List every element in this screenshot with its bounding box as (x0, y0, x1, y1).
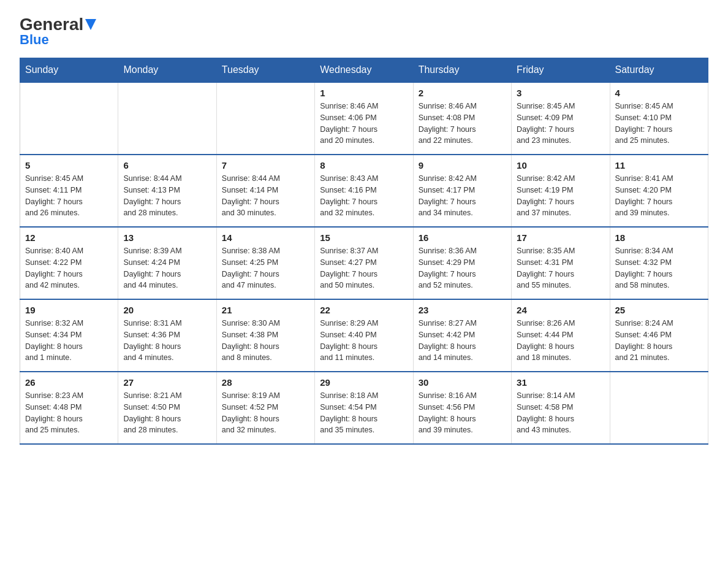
day-number: 7 (222, 160, 309, 170)
calendar-cell (20, 82, 118, 155)
day-info: Sunrise: 8:27 AMSunset: 4:42 PMDaylight:… (419, 318, 506, 364)
logo-blue-text: Blue (20, 32, 49, 48)
calendar-cell: 15Sunrise: 8:37 AMSunset: 4:27 PMDayligh… (315, 227, 413, 299)
day-info: Sunrise: 8:44 AMSunset: 4:14 PMDaylight:… (222, 173, 309, 219)
day-info: Sunrise: 8:26 AMSunset: 4:44 PMDaylight:… (517, 318, 604, 364)
day-info: Sunrise: 8:31 AMSunset: 4:36 PMDaylight:… (123, 318, 211, 364)
column-header-monday: Monday (118, 58, 216, 83)
day-number: 27 (123, 377, 211, 388)
day-number: 24 (517, 305, 604, 315)
calendar-cell: 25Sunrise: 8:24 AMSunset: 4:46 PMDayligh… (610, 299, 708, 372)
day-number: 30 (419, 377, 506, 388)
calendar-week-row: 19Sunrise: 8:32 AMSunset: 4:34 PMDayligh… (20, 299, 708, 372)
day-info: Sunrise: 8:19 AMSunset: 4:52 PMDaylight:… (222, 390, 309, 436)
day-info: Sunrise: 8:30 AMSunset: 4:38 PMDaylight:… (222, 318, 309, 364)
column-header-wednesday: Wednesday (315, 58, 413, 83)
calendar-cell: 10Sunrise: 8:42 AMSunset: 4:19 PMDayligh… (512, 155, 610, 227)
day-info: Sunrise: 8:37 AMSunset: 4:27 PMDaylight:… (320, 245, 408, 291)
logo-arrow-icon (85, 19, 96, 33)
calendar-cell: 21Sunrise: 8:30 AMSunset: 4:38 PMDayligh… (216, 299, 314, 372)
day-number: 19 (25, 305, 113, 315)
day-info: Sunrise: 8:38 AMSunset: 4:25 PMDaylight:… (222, 245, 309, 291)
column-header-sunday: Sunday (20, 58, 118, 83)
calendar-cell: 11Sunrise: 8:41 AMSunset: 4:20 PMDayligh… (610, 155, 708, 227)
calendar-cell: 4Sunrise: 8:45 AMSunset: 4:10 PMDaylight… (610, 82, 708, 155)
day-info: Sunrise: 8:39 AMSunset: 4:24 PMDaylight:… (123, 245, 211, 291)
day-number: 18 (615, 232, 703, 243)
day-number: 4 (615, 88, 703, 98)
day-number: 9 (419, 160, 506, 170)
calendar-cell: 28Sunrise: 8:19 AMSunset: 4:52 PMDayligh… (216, 372, 314, 444)
calendar-cell: 12Sunrise: 8:40 AMSunset: 4:22 PMDayligh… (20, 227, 118, 299)
calendar-cell: 8Sunrise: 8:43 AMSunset: 4:16 PMDaylight… (315, 155, 413, 227)
calendar-cell: 17Sunrise: 8:35 AMSunset: 4:31 PMDayligh… (512, 227, 610, 299)
day-info: Sunrise: 8:18 AMSunset: 4:54 PMDaylight:… (320, 390, 408, 436)
calendar-cell: 19Sunrise: 8:32 AMSunset: 4:34 PMDayligh… (20, 299, 118, 372)
day-info: Sunrise: 8:14 AMSunset: 4:58 PMDaylight:… (517, 390, 604, 436)
day-number: 28 (222, 377, 309, 388)
day-number: 22 (320, 305, 408, 315)
calendar-week-row: 26Sunrise: 8:23 AMSunset: 4:48 PMDayligh… (20, 372, 708, 444)
day-number: 13 (123, 232, 211, 243)
day-info: Sunrise: 8:42 AMSunset: 4:17 PMDaylight:… (419, 173, 506, 219)
calendar-table: SundayMondayTuesdayWednesdayThursdayFrid… (20, 58, 708, 445)
day-info: Sunrise: 8:45 AMSunset: 4:11 PMDaylight:… (25, 173, 113, 219)
calendar-cell: 23Sunrise: 8:27 AMSunset: 4:42 PMDayligh… (413, 299, 511, 372)
day-number: 2 (419, 88, 506, 98)
day-number: 31 (517, 377, 604, 388)
calendar-cell: 22Sunrise: 8:29 AMSunset: 4:40 PMDayligh… (315, 299, 413, 372)
day-number: 10 (517, 160, 604, 170)
calendar-cell: 29Sunrise: 8:18 AMSunset: 4:54 PMDayligh… (315, 372, 413, 444)
calendar-cell: 3Sunrise: 8:45 AMSunset: 4:09 PMDaylight… (512, 82, 610, 155)
day-number: 26 (25, 377, 113, 388)
calendar-week-row: 5Sunrise: 8:45 AMSunset: 4:11 PMDaylight… (20, 155, 708, 227)
day-info: Sunrise: 8:36 AMSunset: 4:29 PMDaylight:… (419, 245, 506, 291)
calendar-cell: 24Sunrise: 8:26 AMSunset: 4:44 PMDayligh… (512, 299, 610, 372)
day-number: 6 (123, 160, 211, 170)
column-header-saturday: Saturday (610, 58, 708, 83)
svg-marker-0 (85, 19, 96, 30)
day-info: Sunrise: 8:43 AMSunset: 4:16 PMDaylight:… (320, 173, 408, 219)
day-info: Sunrise: 8:32 AMSunset: 4:34 PMDaylight:… (25, 318, 113, 364)
calendar-cell: 26Sunrise: 8:23 AMSunset: 4:48 PMDayligh… (20, 372, 118, 444)
calendar-cell: 14Sunrise: 8:38 AMSunset: 4:25 PMDayligh… (216, 227, 314, 299)
calendar-week-row: 12Sunrise: 8:40 AMSunset: 4:22 PMDayligh… (20, 227, 708, 299)
day-info: Sunrise: 8:24 AMSunset: 4:46 PMDaylight:… (615, 318, 703, 364)
column-header-thursday: Thursday (413, 58, 511, 83)
calendar-cell: 30Sunrise: 8:16 AMSunset: 4:56 PMDayligh… (413, 372, 511, 444)
calendar-cell: 13Sunrise: 8:39 AMSunset: 4:24 PMDayligh… (118, 227, 216, 299)
day-info: Sunrise: 8:23 AMSunset: 4:48 PMDaylight:… (25, 390, 113, 436)
calendar-cell: 27Sunrise: 8:21 AMSunset: 4:50 PMDayligh… (118, 372, 216, 444)
day-number: 3 (517, 88, 604, 98)
calendar-cell: 20Sunrise: 8:31 AMSunset: 4:36 PMDayligh… (118, 299, 216, 372)
day-number: 12 (25, 232, 113, 243)
calendar-cell: 2Sunrise: 8:46 AMSunset: 4:08 PMDaylight… (413, 82, 511, 155)
day-number: 17 (517, 232, 604, 243)
calendar-cell (118, 82, 216, 155)
day-info: Sunrise: 8:46 AMSunset: 4:08 PMDaylight:… (419, 101, 506, 147)
day-info: Sunrise: 8:29 AMSunset: 4:40 PMDaylight:… (320, 318, 408, 364)
calendar-cell: 9Sunrise: 8:42 AMSunset: 4:17 PMDaylight… (413, 155, 511, 227)
calendar-header-row: SundayMondayTuesdayWednesdayThursdayFrid… (20, 58, 708, 83)
day-number: 15 (320, 232, 408, 243)
column-header-tuesday: Tuesday (216, 58, 314, 83)
page-header: General Blue (20, 15, 708, 48)
logo: General Blue (20, 15, 96, 48)
calendar-cell: 7Sunrise: 8:44 AMSunset: 4:14 PMDaylight… (216, 155, 314, 227)
day-info: Sunrise: 8:45 AMSunset: 4:10 PMDaylight:… (615, 101, 703, 147)
day-number: 20 (123, 305, 211, 315)
day-number: 11 (615, 160, 703, 170)
calendar-cell: 31Sunrise: 8:14 AMSunset: 4:58 PMDayligh… (512, 372, 610, 444)
day-number: 29 (320, 377, 408, 388)
day-number: 21 (222, 305, 309, 315)
day-number: 8 (320, 160, 408, 170)
day-number: 14 (222, 232, 309, 243)
day-number: 5 (25, 160, 113, 170)
day-number: 1 (320, 88, 408, 98)
calendar-cell: 16Sunrise: 8:36 AMSunset: 4:29 PMDayligh… (413, 227, 511, 299)
day-info: Sunrise: 8:16 AMSunset: 4:56 PMDaylight:… (419, 390, 506, 436)
calendar-cell (610, 372, 708, 444)
day-info: Sunrise: 8:40 AMSunset: 4:22 PMDaylight:… (25, 245, 113, 291)
calendar-cell: 1Sunrise: 8:46 AMSunset: 4:06 PMDaylight… (315, 82, 413, 155)
day-info: Sunrise: 8:45 AMSunset: 4:09 PMDaylight:… (517, 101, 604, 147)
